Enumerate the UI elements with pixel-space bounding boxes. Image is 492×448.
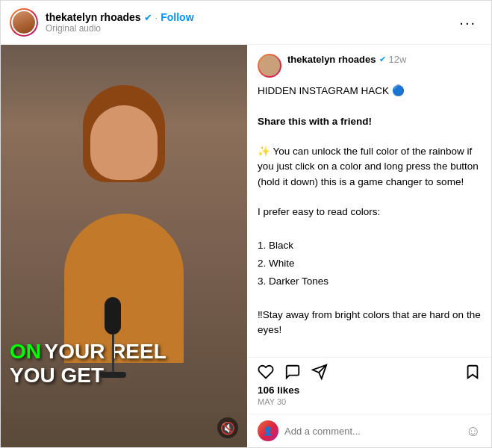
comment-button[interactable]: [284, 364, 301, 380]
post-line4: I prefer easy to read colors:: [258, 206, 380, 217]
content-username-row: thekatelyn rhoades ✔ 12w: [287, 54, 406, 65]
microphone: [94, 297, 131, 387]
video-section[interactable]: ON YOUR REEL YOU GET 🔇: [1, 45, 247, 447]
more-options-button[interactable]: ···: [453, 11, 482, 34]
content-verified-icon: ✔: [379, 55, 386, 64]
mic-stand: [112, 335, 114, 372]
header-subtitle: Original audio: [46, 23, 453, 34]
list-item-2: 2. White: [258, 256, 481, 271]
person-head: [90, 105, 158, 180]
bookmark-button[interactable]: [464, 364, 481, 380]
on-text: ON: [10, 340, 41, 363]
content-meta: thekatelyn rhoades ✔ 12w: [287, 54, 406, 65]
header-username-row: thekatelyn rhoades ✔ · Follow: [46, 11, 453, 23]
content-avatar[interactable]: [258, 54, 281, 78]
instagram-post: thekatelyn rhoades ✔ · Follow Original a…: [0, 0, 492, 448]
post-content: thekatelyn rhoades ✔ 12w HIDDEN INSTAGRA…: [247, 45, 491, 357]
verified-badge-icon: ✔: [144, 12, 152, 23]
post-date: May 30: [258, 397, 481, 406]
header-avatar-photo: [11, 10, 37, 35]
post-body: ON YOUR REEL YOU GET 🔇 thekatelyn rh: [1, 45, 491, 447]
header-username[interactable]: thekatelyn rhoades: [46, 11, 141, 23]
dot-separator: ·: [155, 12, 158, 23]
share-button[interactable]: [311, 364, 328, 380]
content-username[interactable]: thekatelyn rhoades: [287, 54, 376, 65]
content-time: 12w: [389, 54, 407, 65]
mic-base: [100, 372, 126, 378]
mute-icon[interactable]: 🔇: [217, 417, 238, 438]
comment-input-row: 👤 ☺: [247, 414, 491, 447]
post-line5: ‼️Stay away from bright colors that are …: [258, 309, 481, 335]
content-header: thekatelyn rhoades ✔ 12w: [258, 54, 481, 78]
header-info: thekatelyn rhoades ✔ · Follow Original a…: [46, 11, 453, 34]
commenter-avatar: 👤: [258, 420, 278, 441]
post-text: HIDDEN INSTAGRAM HACK 🔵 Share this with …: [258, 84, 481, 337]
post-actions: 106 likes May 30: [247, 357, 491, 414]
list-item-1: 1. Black: [258, 238, 481, 253]
post-line2: Share this with a friend!: [258, 116, 372, 127]
content-avatar-inner: [259, 55, 280, 76]
post-line3: ✨ You can unlock the full color of the r…: [258, 146, 479, 187]
emoji-icon[interactable]: ☺: [466, 423, 481, 440]
mic-body: [105, 297, 121, 335]
action-icons-row: [258, 364, 481, 380]
comment-input[interactable]: [284, 426, 460, 437]
content-section: thekatelyn rhoades ✔ 12w HIDDEN INSTAGRA…: [247, 45, 491, 447]
follow-button[interactable]: Follow: [161, 11, 193, 23]
post-line1: HIDDEN INSTAGRAM HACK 🔵: [258, 85, 405, 96]
video-background: ON YOUR REEL YOU GET 🔇: [1, 45, 247, 447]
header-avatar[interactable]: [10, 8, 38, 37]
likes-count: 106 likes: [258, 385, 481, 396]
post-header: thekatelyn rhoades ✔ · Follow Original a…: [1, 1, 491, 45]
like-button[interactable]: [258, 364, 274, 380]
list-item-3: 3. Darker Tones: [258, 274, 481, 289]
